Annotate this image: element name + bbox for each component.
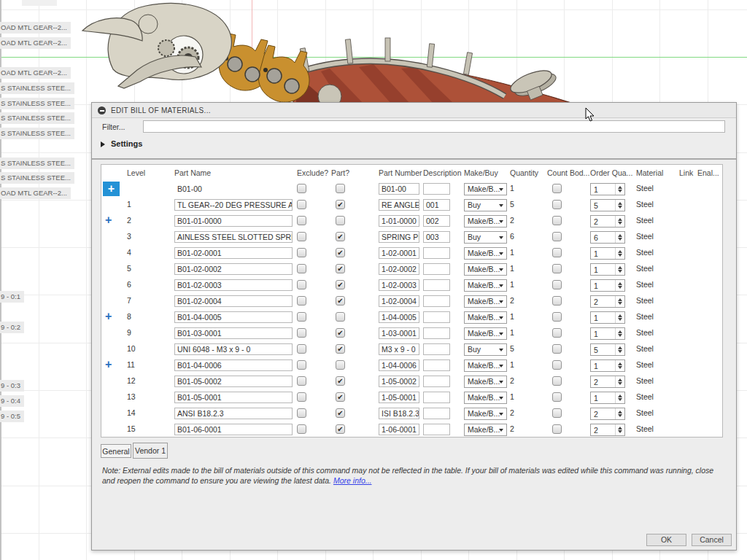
make-buy-select[interactable]: Make/B...	[464, 359, 507, 372]
table-row[interactable]: 13 B01-05-0001 1-05-0001 Make/B... 1 1 S…	[101, 389, 722, 405]
description-input[interactable]	[423, 327, 450, 339]
exclude-checkbox[interactable]	[297, 296, 306, 306]
step-down-icon[interactable]	[618, 190, 622, 192]
stepper-arrows[interactable]	[615, 232, 624, 243]
browser-tree-item[interactable]: OAD MTL GEAR--2...	[0, 37, 71, 49]
part-number-input[interactable]: 1-04-0006	[379, 359, 419, 371]
table-row[interactable]: 10 UNI 6048 - M3 x 9 - 0 M3 x 9 - 0 Buy …	[101, 341, 722, 357]
step-up-icon[interactable]	[618, 411, 622, 413]
description-input[interactable]	[423, 424, 450, 435]
browser-tree-item[interactable]: S STAINLESS STEE...	[0, 82, 74, 94]
description-input[interactable]: 001	[423, 199, 450, 211]
part-name-input[interactable]: AINLESS STEEL SLOTTED SPRING PIN	[174, 231, 293, 243]
part-name-input[interactable]: B01-04-0006	[174, 359, 293, 371]
browser-tree-item[interactable]: OAD MTL GEAR--2...	[0, 67, 71, 79]
part-number-input[interactable]: 1-06-0001	[379, 424, 419, 435]
part-number-input[interactable]: 1-01-0000	[379, 215, 419, 227]
order-qty-stepper[interactable]: 5	[590, 343, 625, 356]
part-name-input[interactable]: B01-05-0002	[174, 376, 293, 387]
step-down-icon[interactable]	[618, 430, 622, 433]
make-buy-select[interactable]: Make/B...	[464, 327, 507, 340]
step-down-icon[interactable]	[618, 222, 622, 225]
order-qty-stepper[interactable]: 2	[590, 424, 625, 436]
browser-tree-item[interactable]: S STAINLESS STEE...	[0, 128, 74, 139]
description-input[interactable]	[423, 247, 450, 259]
step-up-icon[interactable]	[618, 234, 622, 237]
order-qty-stepper[interactable]: 1	[590, 327, 625, 340]
table-row[interactable]: 4 B01-02-0001 1-02-0001 Make/B... 1 1 St…	[101, 245, 722, 261]
selected-expand-icon[interactable]: +	[103, 182, 120, 196]
stepper-arrows[interactable]	[615, 184, 624, 195]
browser-tree-item[interactable]: S STAINLESS STEE...	[0, 98, 74, 109]
exclude-checkbox[interactable]	[297, 200, 306, 209]
stepper-arrows[interactable]	[615, 264, 624, 275]
count-bodies-checkbox[interactable]	[552, 248, 562, 257]
make-buy-select[interactable]: Make/B...	[464, 392, 507, 404]
part-name-input[interactable]: B01-02-0004	[174, 295, 293, 307]
count-bodies-checkbox[interactable]	[552, 392, 562, 402]
make-buy-select[interactable]: Make/B...	[464, 408, 507, 420]
exclude-checkbox[interactable]	[297, 248, 306, 257]
part-checkbox[interactable]	[336, 184, 345, 193]
make-buy-select[interactable]: Buy	[464, 199, 507, 211]
part-name-input[interactable]: UNI 6048 - M3 x 9 - 0	[174, 343, 293, 355]
table-row[interactable]: 12 B01-05-0002 1-05-0002 Make/B... 2 2 S…	[101, 373, 722, 389]
table-row[interactable]: 6 B01-02-0003 1-02-0003 Make/B... 1 1 St…	[101, 277, 722, 293]
step-up-icon[interactable]	[618, 394, 622, 397]
count-bodies-checkbox[interactable]	[552, 376, 562, 386]
part-name-input[interactable]: B01-02-0003	[174, 279, 293, 291]
browser-tree-item[interactable]: 9 - 0:5	[0, 411, 24, 422]
table-row[interactable]: 15 B01-06-0001 1-06-0001 Make/B... 2 2 S…	[101, 421, 722, 438]
count-bodies-checkbox[interactable]	[552, 264, 562, 273]
description-input[interactable]	[423, 343, 450, 355]
exclude-checkbox[interactable]	[297, 392, 306, 402]
table-row[interactable]: 5 B01-02-0002 1-02-0002 Make/B... 1 1 St…	[101, 261, 722, 277]
part-checkbox[interactable]	[336, 312, 345, 322]
make-buy-select[interactable]: Buy	[464, 343, 507, 356]
exclude-checkbox[interactable]	[297, 312, 306, 322]
part-checkbox[interactable]	[336, 200, 345, 209]
step-down-icon[interactable]	[618, 302, 622, 305]
part-name-input[interactable]: B01-04-0005	[174, 311, 293, 323]
order-qty-stepper[interactable]: 1	[590, 263, 625, 276]
part-checkbox[interactable]	[336, 216, 345, 225]
step-down-icon[interactable]	[618, 350, 622, 353]
count-bodies-checkbox[interactable]	[552, 184, 562, 193]
make-buy-select[interactable]: Make/B...	[464, 215, 507, 228]
count-bodies-checkbox[interactable]	[552, 280, 562, 289]
part-number-input[interactable]: 1-02-0002	[379, 263, 419, 275]
part-name-input[interactable]: B01-00	[174, 183, 293, 195]
step-down-icon[interactable]	[618, 238, 622, 241]
step-down-icon[interactable]	[618, 334, 622, 337]
order-qty-stepper[interactable]: 2	[590, 295, 625, 308]
part-number-input[interactable]: RE ANGLE	[379, 199, 419, 211]
browser-tree-item[interactable]: OAD MTL GEAR--2...	[0, 187, 71, 199]
make-buy-select[interactable]: Make/B...	[464, 311, 507, 324]
count-bodies-checkbox[interactable]	[552, 408, 562, 418]
make-buy-select[interactable]: Make/B...	[464, 263, 507, 276]
order-qty-stepper[interactable]: 1	[590, 183, 625, 195]
description-input[interactable]	[423, 392, 450, 403]
exclude-checkbox[interactable]	[297, 408, 306, 418]
stepper-arrows[interactable]	[615, 216, 624, 227]
make-buy-select[interactable]: Make/B...	[464, 424, 507, 436]
order-qty-stepper[interactable]: 2	[590, 408, 625, 420]
stepper-arrows[interactable]	[615, 360, 624, 371]
browser-tree-item[interactable]: S STAINLESS STEE...	[0, 172, 74, 184]
step-up-icon[interactable]	[618, 346, 622, 349]
step-up-icon[interactable]	[618, 202, 622, 205]
stepper-arrows[interactable]	[615, 344, 624, 355]
make-buy-select[interactable]: Buy	[464, 231, 507, 244]
browser-tree-item[interactable]: 9 - 0:2	[0, 322, 24, 333]
part-number-input[interactable]: SPRING PIN	[379, 231, 419, 243]
part-checkbox[interactable]	[336, 280, 345, 289]
order-qty-stepper[interactable]: 1	[590, 359, 625, 372]
count-bodies-checkbox[interactable]	[552, 328, 562, 338]
description-input[interactable]: 003	[423, 231, 450, 243]
filter-input[interactable]	[143, 120, 725, 133]
order-qty-stepper[interactable]: 1	[590, 311, 625, 324]
expand-triangle-icon[interactable]	[101, 141, 105, 147]
exclude-checkbox[interactable]	[297, 232, 306, 241]
exclude-checkbox[interactable]	[297, 424, 306, 434]
part-number-input[interactable]: 1-05-0002	[379, 376, 419, 387]
